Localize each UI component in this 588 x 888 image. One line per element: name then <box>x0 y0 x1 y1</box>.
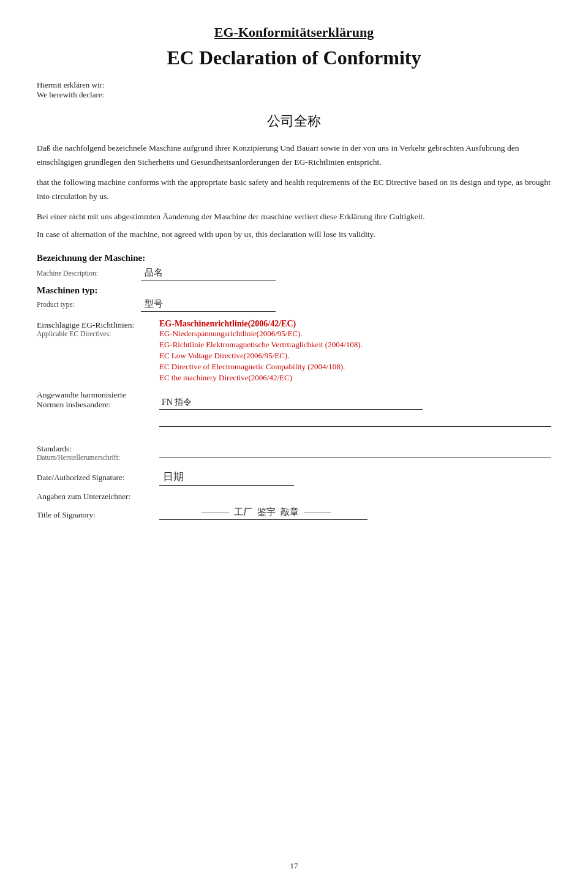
richtlinien-value-en-1: EG-Richtlinie Elektromagnetische Vertrtr… <box>159 340 363 350</box>
richtlinien-section: Einschlägige EG-Richtlinien: Applicable … <box>37 319 551 384</box>
richtlinien-value-de: EG-Maschinenrichtlinie(2006/42/EC) <box>159 319 363 329</box>
signatory-label: Title of Signatory: <box>37 510 159 520</box>
maschinen-typ-label: Maschinen typ: <box>37 285 551 296</box>
signatory-cn3: 敲章 <box>281 506 299 518</box>
product-type-label: Product type: <box>37 301 141 308</box>
aenderung-de: Bei einer nicht mit uns abgestimmten Äan… <box>37 210 551 224</box>
page: EG-Konformitätserklärung EC Declaration … <box>0 0 588 888</box>
richtlinien-value-en-0: EG-Niederspannungsrichtlinie(2006/95/EC)… <box>159 329 363 339</box>
conforms-en: that the following machine conforms with… <box>37 176 551 204</box>
machine-description-row: Machine Description: 品名 <box>37 267 551 280</box>
standards-section: Standards: Datum/Herstellerumerschrift: <box>37 444 551 464</box>
company-name-cn: 公司全称 <box>37 112 551 130</box>
standards-label-de: Standards: <box>37 444 159 454</box>
signatory-cn2: 鉴宇 <box>257 506 276 518</box>
richtlinien-value-en-2: EC Low Voltage Directive(2006/95/EC). <box>159 351 363 361</box>
normen-value: FN 指令 <box>159 397 423 410</box>
signatory-dash2: ——— <box>304 507 331 517</box>
angaben-label: Angaben zum Unterzeichner: <box>37 492 551 502</box>
signatory-value: ——— 工厂 鉴宇 敲章 ——— <box>159 506 368 520</box>
standards-left: Standards: Datum/Herstellerumerschrift: <box>37 444 159 461</box>
standards-row: Standards: Datum/Herstellerumerschrift: <box>37 444 551 464</box>
normen-section: Angewandte harmonisierte Normen insbesan… <box>37 390 551 427</box>
bezeichnung-section-label: Bezeichnung der Maschine: <box>37 253 551 263</box>
richtlinien-value-en-3: EC Directive of Electromagnetic Compabil… <box>159 362 363 372</box>
signatory-row: Title of Signatory: ——— 工厂 鉴宇 敲章 ——— <box>37 506 551 520</box>
normen-labels: Angewandte harmonisierte Normen insbesan… <box>37 390 159 410</box>
normen-row: Angewandte harmonisierte Normen insbesan… <box>37 390 551 410</box>
richtlinien-label-en: Applicable EC Directives: <box>37 330 159 337</box>
signatory-dash1: ——— <box>202 507 229 517</box>
signatory-value-inner: ——— 工厂 鉴宇 敲章 ——— <box>195 506 331 518</box>
product-type-value: 型号 <box>141 298 276 312</box>
richtlinien-row: Einschlägige EG-Richtlinien: Applicable … <box>37 319 551 384</box>
page-number: 17 <box>37 861 551 871</box>
standards-right <box>159 444 551 464</box>
signatory-cn1: 工厂 <box>234 506 252 518</box>
standards-label-en: Datum/Herstellerumerschrift: <box>37 454 159 461</box>
machine-description-label: Machine Description: <box>37 269 141 277</box>
herewith-de: Hiermit erklären wir: <box>37 80 135 90</box>
normen-label-de1: Angewandte harmonisierte <box>37 390 159 400</box>
english-title: EC Declaration of Conformity <box>37 47 551 69</box>
standards-blank-line <box>159 444 551 457</box>
german-title: EG-Konformitätserklärung <box>37 24 551 40</box>
richtlinien-value-en-4: EC the machinery Directive(2006/42/EC) <box>159 373 363 383</box>
intro-de: Daß die nachfolgend bezeichnele Maschine… <box>37 141 551 170</box>
richtlinien-label-de: Einschlägige EG-Richtlinien: <box>37 319 159 330</box>
machine-description-value: 品名 <box>141 267 276 280</box>
product-type-row: Product type: 型号 <box>37 298 551 312</box>
date-label: Date/Authorized Signature: <box>37 473 159 483</box>
aenderung-en: In case of alternation of the machine, n… <box>37 228 551 242</box>
herewith-en: We herewith declare: <box>37 90 135 100</box>
date-row: Date/Authorized Signature: 日期 <box>37 470 551 486</box>
normen-blank-line-1 <box>159 413 551 427</box>
normen-label-de2: Normen insbesandere: <box>37 400 159 410</box>
richtlinien-values: EG-Maschinenrichtlinie(2006/42/EC) EG-Ni… <box>159 319 363 384</box>
date-value: 日期 <box>159 470 294 486</box>
